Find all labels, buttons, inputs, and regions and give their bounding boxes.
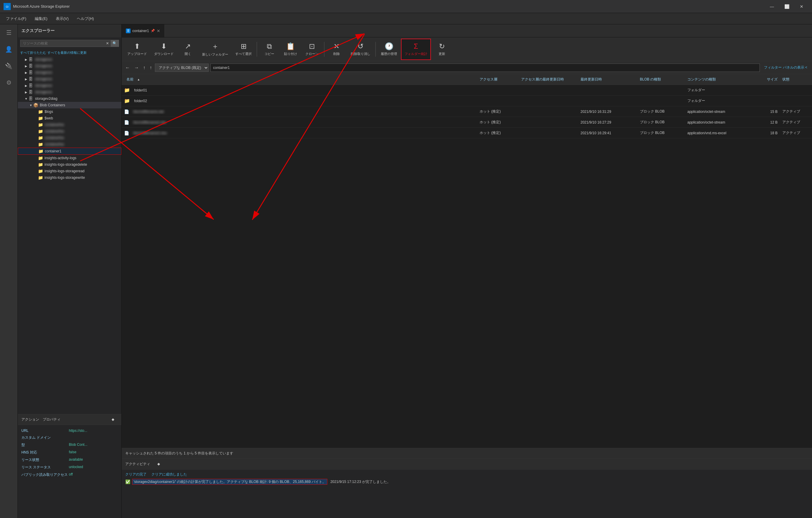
tree-item-logs[interactable]: 📁 $logs bbox=[18, 108, 121, 115]
menu-file[interactable]: ファイル(F) bbox=[2, 15, 30, 23]
size-file1: 15 B bbox=[768, 110, 780, 114]
col-header-access[interactable]: アクセス層 bbox=[477, 77, 519, 82]
container-icon-insights-write: 📁 bbox=[38, 175, 43, 180]
access-tier-dropdown[interactable]: アクティブな BLOB (既定) bbox=[155, 63, 209, 72]
table-row-file3[interactable]: 📄 blurredfilename3.xlsx ホット (推定) 2021/9/… bbox=[122, 128, 812, 138]
nav-up-button[interactable]: ↑ bbox=[142, 64, 147, 72]
tree-item-blurB[interactable]: 📁 containerfoo bbox=[18, 128, 121, 135]
blob-type-folder01 bbox=[637, 88, 642, 92]
delete-button[interactable]: ✕ 削除 bbox=[326, 38, 347, 60]
activity-clear-row: クリアの完了 クリアに成功しました bbox=[125, 472, 808, 477]
action-properties-header: アクション プロパティ ◆ bbox=[18, 414, 121, 425]
history-button[interactable]: 🕐 履歴の管理 bbox=[378, 38, 400, 60]
tab-pin-icon[interactable]: 📌 bbox=[151, 29, 155, 33]
storage-icon-blurred5: 🗄 bbox=[28, 83, 34, 88]
file-table: 名前 ▲ アクセス層 アクセス層の最終更新日時 最終更新日時 bbox=[122, 74, 812, 448]
table-row-file1[interactable]: 📄 blurredfilename.dat ホット (推定) 2021/9/10… bbox=[122, 106, 812, 117]
plugin-icon[interactable]: 🔌 bbox=[3, 60, 15, 72]
tree-item-insights-activity[interactable]: 📁 insights-activity-logs bbox=[18, 155, 121, 161]
copy-label: コピー bbox=[264, 52, 274, 56]
settings-icon[interactable]: ⚙ bbox=[3, 77, 15, 88]
prop-row-domain: カスタム ドメイン bbox=[18, 434, 121, 441]
tree-item-blurred6[interactable]: ▶ 🗄 storagexxx bbox=[18, 89, 121, 96]
nav-back-button[interactable]: ← bbox=[124, 64, 131, 72]
col-header-access-date[interactable]: アクセス層の最終更新日時 bbox=[519, 77, 578, 82]
search-button[interactable]: 🔍 bbox=[111, 40, 119, 47]
folder-stats-button[interactable]: Σ フォルダー統計 bbox=[401, 38, 431, 60]
hamburger-icon[interactable]: ☰ bbox=[3, 27, 15, 38]
panel-collapse-arrow[interactable]: ◆ bbox=[108, 414, 118, 425]
col-header-name[interactable]: 名前 ▲ bbox=[124, 77, 477, 82]
collapse-all-btn[interactable]: すべて折りたたむ bbox=[20, 51, 46, 55]
undo-delete-label: 削除取り消し bbox=[351, 52, 370, 56]
table-row-folder01[interactable]: 📁 folder01 フォルダー bbox=[122, 85, 812, 96]
tree-item-blurA[interactable]: 📁 containerfoo bbox=[18, 121, 121, 128]
upload-button[interactable]: ⬆ アップロード bbox=[124, 38, 150, 60]
select-all-icon: ⊞ bbox=[241, 42, 246, 51]
tree-item-blurred5[interactable]: ▶ 🗄 storagexxx bbox=[18, 82, 121, 89]
clear-done-button[interactable]: クリアの完了 bbox=[125, 472, 147, 477]
tree-item-blurC[interactable]: 📁 containerfoo bbox=[18, 135, 121, 141]
paste-button[interactable]: 📋 貼り付け bbox=[280, 38, 301, 60]
actions-tab[interactable]: アクション bbox=[21, 417, 39, 422]
tree-item-blurD[interactable]: 📁 containerfoo bbox=[18, 141, 121, 147]
tree-item-insights-delete[interactable]: 📁 insights-logs-storagedelete bbox=[18, 161, 121, 168]
tree-item-blurred2[interactable]: ▶ 🗄 storagexxx bbox=[18, 63, 121, 69]
nav-refresh-button[interactable]: ↑ bbox=[148, 64, 153, 72]
tree-arrow-blurred2: ▶ bbox=[24, 64, 28, 68]
new-folder-button[interactable]: ＋ 新しいフォルダー bbox=[199, 38, 231, 60]
folder-stats-label: フォルダー統計 bbox=[405, 52, 427, 56]
menu-view[interactable]: 表示(V) bbox=[52, 15, 72, 23]
path-input[interactable] bbox=[210, 63, 760, 72]
menu-help[interactable]: ヘルプ(H) bbox=[73, 15, 97, 23]
table-row-folder02[interactable]: 📁 folder02 フォルダー bbox=[122, 96, 812, 106]
container-icon-web: 📁 bbox=[38, 116, 43, 120]
refresh-button[interactable]: ↻ 更新 bbox=[432, 38, 452, 60]
col-header-blob-type[interactable]: BLOB の種類 bbox=[637, 77, 685, 82]
container-icon-blurD: 📁 bbox=[38, 142, 43, 147]
tree-item-insights-write[interactable]: 📁 insights-logs-storagewrite bbox=[18, 174, 121, 181]
col-header-status[interactable]: 状態 bbox=[780, 77, 810, 82]
undo-delete-button[interactable]: ↺ 削除取り消し bbox=[348, 38, 374, 60]
tree-item-storagev2diag[interactable]: ▼ 🗄 storagev2diag bbox=[18, 96, 121, 102]
tree-item-blob-containers[interactable]: ▼ 📦 Blob Containers bbox=[18, 102, 121, 108]
tab-container1[interactable]: 🗄 container1 📌 ✕ bbox=[122, 24, 165, 37]
col-header-size[interactable]: サイズ bbox=[756, 77, 780, 82]
tab-close-icon[interactable]: ✕ bbox=[157, 28, 160, 33]
refresh-all-btn[interactable]: すべてを最新の情報に更新 bbox=[48, 51, 87, 55]
clone-label: クローン bbox=[306, 52, 318, 56]
menubar: ファイル(F) 編集(E) 表示(V) ヘルプ(H) bbox=[0, 13, 812, 24]
sidebar-actions: すべて折りたたむ すべてを最新の情報に更新 bbox=[18, 49, 121, 56]
download-button[interactable]: ⬇ ダウンロード bbox=[151, 38, 177, 60]
container-icon-logs: 📁 bbox=[38, 109, 43, 114]
maximize-button[interactable]: ⬜ bbox=[780, 2, 793, 11]
menu-edit[interactable]: 編集(E) bbox=[31, 15, 51, 23]
tree-item-blurred4[interactable]: ▶ 🗄 storagexxx bbox=[18, 76, 121, 82]
table-row-file2[interactable]: 📄 blurredfilename2.dat ホット (推定) 2021/9/1… bbox=[122, 117, 812, 128]
nav-forward-button[interactable]: → bbox=[133, 64, 140, 72]
tree-item-blurred3[interactable]: ▶ 🗄 storagexxx bbox=[18, 69, 121, 76]
tree-item-insights-read[interactable]: 📁 insights-logs-storageread bbox=[18, 168, 121, 174]
activity-collapse-icon[interactable]: ◆ bbox=[154, 459, 164, 470]
filter-panel-button[interactable]: フィルター パネルの表示 < bbox=[761, 64, 810, 71]
tree-item-web[interactable]: 📁 $web bbox=[18, 115, 121, 121]
close-button[interactable]: ✕ bbox=[795, 2, 808, 11]
tree-item-blurred1[interactable]: ▶ 🗄 storagexxx bbox=[18, 56, 121, 63]
properties-tab[interactable]: プロパティ bbox=[43, 417, 61, 422]
col-header-modified[interactable]: 最終更新日時 bbox=[578, 77, 637, 82]
search-clear-icon[interactable]: ✕ bbox=[104, 40, 111, 47]
col-header-content-type[interactable]: コンテンツの種類 bbox=[685, 77, 756, 82]
minimize-button[interactable]: — bbox=[765, 2, 779, 11]
open-button[interactable]: ↗ 開く bbox=[177, 38, 198, 60]
tree-label-blurred4: storagexxx bbox=[35, 77, 52, 81]
prop-row-url: URL https://sto... bbox=[18, 428, 121, 434]
properties-table: URL https://sto... カスタム ドメイン 型 Blob Cont… bbox=[18, 425, 121, 481]
select-all-button[interactable]: ⊞ すべて選択 bbox=[232, 38, 255, 60]
clear-success-button[interactable]: クリアに成功しました bbox=[151, 472, 187, 477]
tree-item-container1[interactable]: 📁 container1 bbox=[18, 147, 121, 155]
search-input[interactable] bbox=[21, 40, 104, 47]
clone-button[interactable]: ⊡ クローン bbox=[301, 38, 322, 60]
account-icon[interactable]: 👤 bbox=[3, 44, 15, 55]
tree-arrow-blurred5: ▶ bbox=[24, 84, 28, 87]
copy-button[interactable]: ⧉ コピー bbox=[259, 38, 280, 60]
